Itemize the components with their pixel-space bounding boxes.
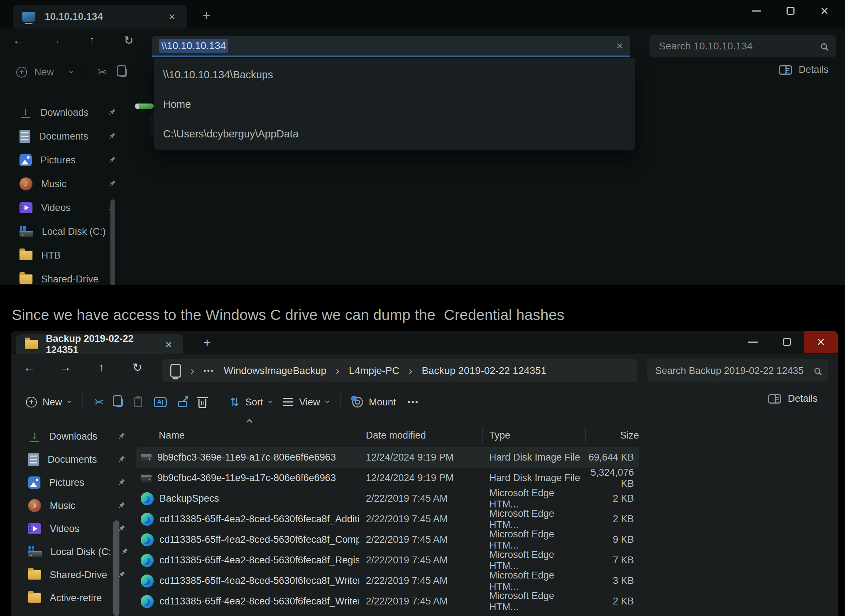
new-label: New (43, 397, 62, 408)
table-row[interactable]: cd113385-65ff-4ea2-8ced-5630f6feca8f_Add… (136, 509, 639, 529)
sort-button[interactable]: Sort (230, 395, 272, 409)
address-clear-button[interactable]: × (616, 40, 623, 52)
edge-html-icon (141, 554, 154, 567)
close-button[interactable]: × (804, 331, 838, 353)
paste-button[interactable] (134, 397, 142, 407)
details-pane-icon (779, 65, 792, 75)
table-row[interactable]: cd113385-65ff-4ea2-8ced-5630f6feca8f_Com… (136, 529, 639, 550)
sidebar-scrollbar[interactable] (113, 521, 119, 616)
back-button[interactable]: ← (10, 34, 27, 47)
screenshot-stage: 10.10.10.134 × + × ← → ↑ ↻ \\10.10.10.13… (0, 0, 845, 616)
new-icon[interactable] (16, 67, 27, 78)
copy-button[interactable] (115, 398, 123, 407)
new-button[interactable]: New (34, 67, 54, 78)
cut-button[interactable] (97, 65, 107, 79)
column-header-size[interactable]: Size (586, 427, 639, 444)
sidebar-item-downloads[interactable]: Downloads (18, 425, 128, 448)
column-header-date-modified[interactable]: Date modified (359, 427, 483, 444)
minimize-button[interactable] (736, 331, 770, 353)
titlebar: 10.10.10.134 × + × (0, 0, 845, 28)
sidebar-item-videos[interactable]: Videos (18, 517, 128, 540)
column-header-name[interactable]: Name (136, 427, 359, 444)
search-input[interactable]: Search 10.10.10.134 (650, 35, 836, 57)
window-controls: × (740, 0, 841, 22)
maximize-button[interactable] (774, 0, 807, 22)
table-row[interactable]: cd113385-65ff-4ea2-8ced-5630f6feca8f_Wri… (136, 571, 639, 591)
sidebar-item-documents[interactable]: Documents (18, 448, 128, 471)
sidebar-item-downloads[interactable]: Downloads (11, 101, 119, 125)
sidebar-item-shared-drive[interactable]: Shared-Drive (18, 563, 128, 587)
more-options-button[interactable]: ••• (407, 397, 419, 407)
sidebar-item-htb[interactable]: HTB (11, 243, 119, 267)
explorer-window-remote: 10.10.10.134 × + × ← → ↑ ↻ \\10.10.10.13… (0, 0, 845, 285)
file-date: 2/22/2019 7:45 AM (359, 555, 483, 566)
breadcrumb-segment-windowsimagebackup[interactable]: WindowsImageBackup (224, 365, 326, 377)
share-button[interactable] (178, 401, 187, 407)
new-button[interactable]: New (26, 397, 71, 408)
suggestion-backups-share[interactable]: \\10.10.10.134\Backups (154, 60, 635, 89)
back-button[interactable]: ← (21, 361, 38, 374)
sidebar-item-local-disk[interactable]: Local Disk (C: (18, 540, 128, 563)
videos-icon (19, 202, 32, 213)
close-button[interactable]: × (807, 0, 841, 22)
tab-remote-host[interactable]: 10.10.10.134 × (13, 5, 187, 28)
table-row[interactable]: cd113385-65ff-4ea2-8ced-5630f6feca8f_Reg… (136, 550, 639, 571)
details-label: Details (798, 64, 829, 75)
delete-button[interactable] (198, 399, 206, 408)
breadcrumb-ellipsis-button[interactable]: ••• (203, 367, 214, 375)
disk-image-icon (141, 475, 151, 482)
table-row[interactable]: cd113385-65ff-4ea2-8ced-5630f6feca8f_Wri… (136, 591, 639, 612)
suggestion-appdata[interactable]: C:\Users\dcyberguy\AppData (154, 119, 635, 148)
table-row[interactable]: 9b9cfbc3-369e-11e9-a17c-806e6f6e6963 12/… (136, 447, 639, 468)
maximize-button[interactable] (770, 331, 804, 353)
details-button[interactable]: Details (768, 393, 817, 404)
file-size: 5,324,076 KB (586, 467, 639, 490)
column-header-type[interactable]: Type (483, 427, 586, 444)
cut-button[interactable] (94, 395, 104, 409)
file-type: Microsoft Edge HTM... (483, 488, 586, 510)
search-icon (814, 368, 820, 374)
breadcrumb-segment-l4mpje-pc[interactable]: L4mpje-PC (349, 365, 400, 377)
sort-icon (230, 395, 240, 409)
up-button[interactable]: ↑ (84, 34, 100, 47)
table-row[interactable]: 9b9cfbc4-369e-11e9-a17c-806e6f6e6963 12/… (136, 468, 639, 488)
command-toolbar: New Sort View ↑ Mo (11, 385, 838, 419)
view-button[interactable]: View (283, 397, 329, 408)
sidebar-scrollbar[interactable] (110, 199, 115, 285)
sidebar-item-shared-drive[interactable]: Shared-Drive (11, 267, 119, 285)
sidebar-item-pictures[interactable]: Pictures (11, 148, 119, 172)
tab-close-icon[interactable]: × (166, 11, 178, 22)
edge-html-icon (141, 575, 154, 588)
new-tab-button[interactable]: + (198, 8, 215, 23)
mount-button[interactable]: ↑ Mount (352, 397, 396, 408)
suggestion-home[interactable]: Home (154, 89, 635, 119)
copy-button[interactable] (119, 68, 126, 77)
up-button[interactable]: ↑ (93, 361, 110, 374)
tab-close-icon[interactable]: × (163, 339, 174, 350)
local-disk-icon (19, 226, 33, 237)
forward-button[interactable]: → (57, 361, 73, 374)
sidebar-item-active-retire[interactable]: Active-retire (18, 587, 128, 610)
rename-button[interactable] (154, 397, 167, 407)
sidebar-item-pictures[interactable]: Pictures (18, 471, 128, 494)
table-row[interactable]: BackupSpecs 2/22/2019 7:45 AM Microsoft … (136, 488, 639, 509)
sidebar-item-music[interactable]: Music (18, 494, 128, 517)
this-pc-icon[interactable] (170, 364, 181, 378)
tab-backup-folder[interactable]: Backup 2019-02-22 124351 × (16, 334, 183, 354)
forward-button[interactable]: → (47, 34, 63, 47)
sidebar-item-music[interactable]: Music (11, 172, 119, 196)
details-button[interactable]: Details (779, 64, 829, 75)
new-tab-button[interactable]: + (198, 336, 216, 351)
sidebar-item-local-disk[interactable]: Local Disk (C:) (11, 220, 119, 243)
refresh-button[interactable]: ↻ (129, 361, 146, 374)
minimize-button[interactable] (740, 0, 774, 22)
sidebar-item-documents[interactable]: Documents (11, 125, 119, 148)
address-bar[interactable]: \\10.10.10.134 × (152, 36, 630, 57)
folder-icon (28, 593, 41, 603)
refresh-button[interactable]: ↻ (121, 34, 137, 47)
file-type: Hard Disk Image File (483, 472, 586, 484)
pin-icon (107, 132, 116, 141)
sidebar-item-videos[interactable]: Videos (11, 196, 119, 220)
search-input[interactable]: Search Backup 2019-02-22 12435 (647, 359, 829, 382)
breadcrumb-segment-backup[interactable]: Backup 2019-02-22 124351 (422, 365, 547, 377)
